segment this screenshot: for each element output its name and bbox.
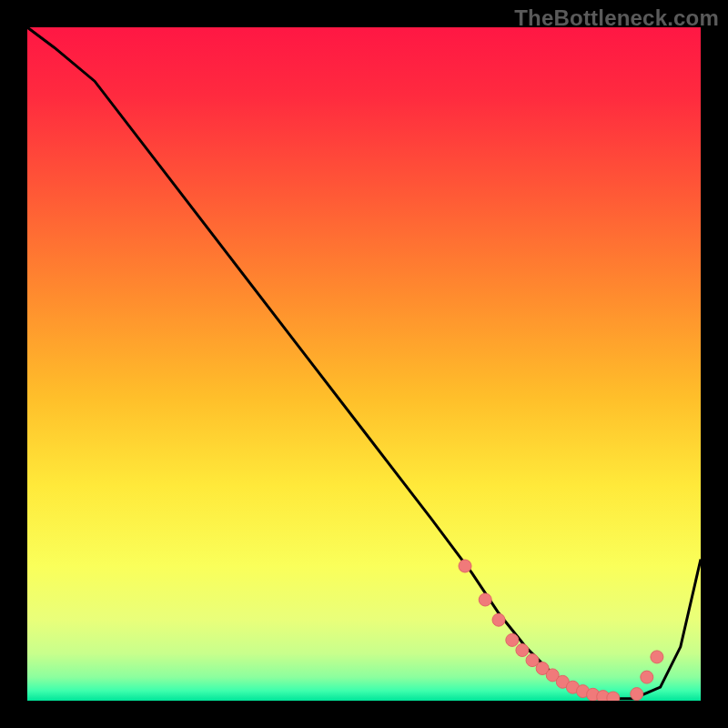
marker-dot bbox=[492, 613, 505, 626]
marker-dot bbox=[607, 692, 620, 701]
marker-dot bbox=[479, 593, 491, 606]
chart-stage: TheBottleneck.com bbox=[0, 0, 728, 728]
marker-dot bbox=[516, 644, 529, 657]
marker-dot bbox=[641, 671, 653, 683]
gradient-background bbox=[27, 27, 701, 701]
marker-dot bbox=[506, 633, 519, 646]
marker-dot bbox=[459, 560, 471, 572]
plot-area bbox=[27, 27, 701, 701]
bottleneck-chart bbox=[27, 27, 701, 701]
marker-dot bbox=[651, 651, 663, 663]
marker-dot bbox=[631, 688, 643, 701]
